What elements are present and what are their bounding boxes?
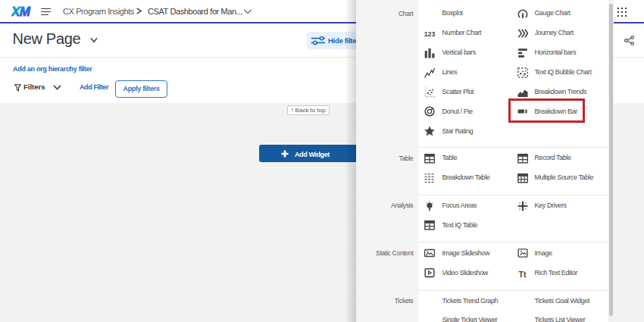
svg-text:XM: XM <box>11 5 31 18</box>
